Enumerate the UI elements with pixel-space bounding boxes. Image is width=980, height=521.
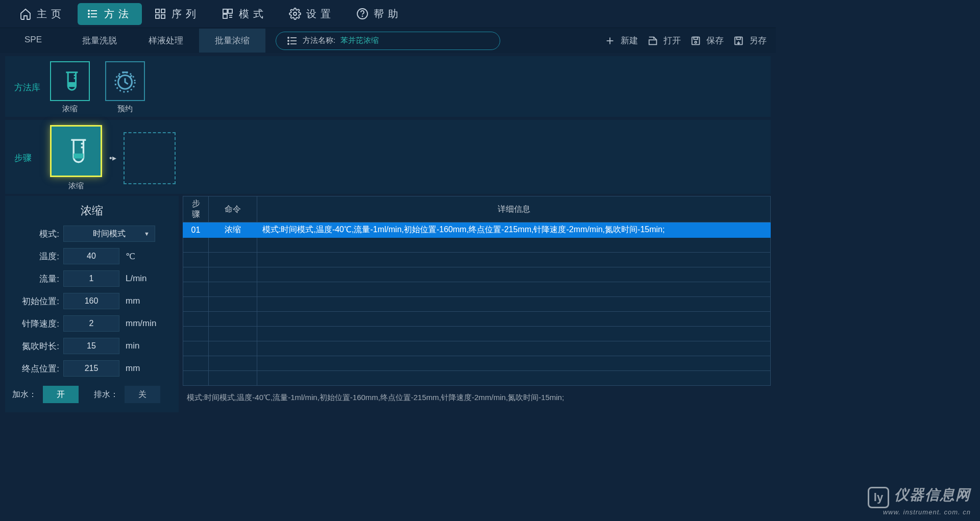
needlespeed-unit: mm/min (126, 318, 156, 329)
svg-rect-37 (74, 154, 83, 159)
top-nav: 主页方法序列模式设置帮助 (0, 0, 776, 28)
library-item-预约[interactable]: 预约 (105, 61, 145, 114)
parameter-form: 浓缩 模式: 时间模式 温度: ℃ 流量: L/min 初始位置: mm 针降速… (5, 196, 179, 412)
table-row[interactable]: 01浓缩模式:时间模式,温度-40℃,流量-1ml/min,初始位置-160mm… (183, 222, 771, 238)
svg-rect-9 (161, 15, 165, 18)
svg-point-4 (88, 13, 89, 14)
temp-input[interactable] (63, 248, 119, 264)
water-in-label: 加水： (12, 389, 37, 400)
svg-point-23 (288, 43, 289, 44)
flow-label: 流量: (12, 273, 59, 285)
table-row[interactable] (183, 282, 771, 297)
library-label: 方法库 (9, 82, 50, 93)
table-row[interactable] (183, 253, 771, 267)
col-header-0: 步骤 (183, 196, 209, 222)
svg-rect-28 (694, 37, 697, 39)
method-name-field[interactable]: 方法名称: 苯并芘浓缩 (276, 32, 500, 50)
nav-qr[interactable]: 模式 (212, 3, 277, 25)
svg-rect-8 (156, 15, 159, 18)
needlespeed-input[interactable] (63, 315, 119, 332)
endpos-label: 终点位置: (12, 363, 59, 375)
nav-grid[interactable]: 序列 (145, 3, 209, 25)
steps-row: 步骤 浓缩•▸ (5, 120, 771, 194)
method-library-row: 方法库 浓缩预约 (5, 56, 771, 117)
mode-select[interactable]: 时间模式 (63, 226, 155, 242)
nav-list[interactable]: 方法 (78, 3, 142, 25)
tube-icon (58, 69, 82, 93)
table-row[interactable] (183, 327, 771, 341)
svg-point-22 (288, 40, 289, 41)
qr-icon (222, 8, 234, 20)
endpos-input[interactable] (63, 360, 119, 377)
main-area: 浓缩 模式: 时间模式 温度: ℃ 流量: L/min 初始位置: mm 针降速… (5, 196, 771, 412)
n2time-label: 氮吹时长: (12, 340, 59, 352)
library-item-浓缩[interactable]: 浓缩 (50, 61, 90, 114)
method-name-label: 方法名称: (303, 36, 335, 45)
steps-table: 步骤命令详细信息 01浓缩模式:时间模式,温度-40℃,流量-1ml/min,初… (183, 196, 771, 386)
table-row[interactable] (183, 356, 771, 371)
svg-rect-6 (156, 9, 159, 13)
nav-home[interactable]: 主页 (10, 3, 75, 25)
flow-unit: L/min (126, 274, 147, 284)
water-out-label: 排水： (94, 389, 118, 400)
table-row[interactable] (183, 297, 771, 312)
action-plus[interactable]: 新建 (604, 35, 638, 46)
table-row[interactable] (183, 341, 771, 356)
col-header-2: 详细信息 (257, 196, 771, 222)
home-icon (19, 8, 32, 20)
svg-rect-32 (68, 82, 76, 87)
col-header-1: 命令 (209, 196, 257, 222)
table-row[interactable] (183, 312, 771, 327)
svg-point-17 (362, 16, 363, 17)
svg-point-29 (695, 41, 697, 43)
gear-icon (289, 8, 301, 20)
svg-point-15 (293, 12, 297, 15)
action-saveas[interactable]: 另存 (733, 35, 767, 46)
temp-unit: ℃ (126, 251, 135, 262)
arrow-icon: •▸ (109, 153, 116, 163)
open-icon (647, 35, 658, 46)
svg-rect-31 (737, 37, 740, 39)
svg-rect-26 (649, 40, 657, 44)
svg-point-3 (88, 10, 89, 11)
subtab-1[interactable]: 批量洗脱 (66, 29, 133, 53)
n2time-unit: min (126, 341, 139, 351)
temp-label: 温度: (12, 251, 59, 262)
saveas-icon (733, 35, 744, 46)
subtab-2[interactable]: 样液处理 (133, 29, 199, 53)
action-save[interactable]: 保存 (690, 35, 724, 46)
nav-help[interactable]: 帮助 (347, 3, 411, 25)
clock-icon (113, 69, 137, 93)
needlespeed-label: 针降速度: (12, 318, 59, 330)
help-icon (356, 8, 369, 20)
status-line: 模式:时间模式,温度-40℃,流量-1ml/min,初始位置-160mm,终点位… (183, 386, 771, 405)
table-row[interactable] (183, 238, 771, 253)
nav-gear[interactable]: 设置 (280, 3, 344, 25)
table-row[interactable] (183, 267, 771, 282)
list-icon (286, 35, 299, 47)
water-out-toggle[interactable]: 关 (125, 386, 160, 403)
n2time-input[interactable] (63, 338, 119, 354)
flow-input[interactable] (63, 270, 119, 287)
sub-nav: SPE批量洗脱样液处理批量浓缩 方法名称: 苯并芘浓缩 新建打开保存另存 (0, 28, 776, 53)
plus-icon (604, 35, 616, 46)
subtab-3[interactable]: 批量浓缩 (199, 29, 265, 53)
svg-point-21 (288, 37, 289, 38)
action-open[interactable]: 打开 (647, 35, 681, 46)
save-icon (690, 35, 701, 46)
step-card[interactable] (50, 125, 102, 177)
table-row[interactable] (183, 371, 771, 386)
method-name-value: 苯并芘浓缩 (340, 36, 379, 45)
initpos-input[interactable] (63, 293, 119, 309)
steps-table-panel: 步骤命令详细信息 01浓缩模式:时间模式,温度-40℃,流量-1ml/min,初… (183, 196, 771, 412)
initpos-unit: mm (126, 296, 140, 306)
grid-icon (154, 8, 166, 20)
empty-step-slot[interactable] (124, 132, 176, 184)
initpos-label: 初始位置: (12, 295, 59, 307)
list-icon (87, 8, 99, 20)
water-in-toggle[interactable]: 开 (43, 386, 79, 403)
form-title: 浓缩 (12, 203, 172, 218)
svg-point-5 (88, 16, 89, 17)
subtab-0[interactable]: SPE (0, 29, 66, 53)
svg-rect-11 (228, 9, 232, 13)
